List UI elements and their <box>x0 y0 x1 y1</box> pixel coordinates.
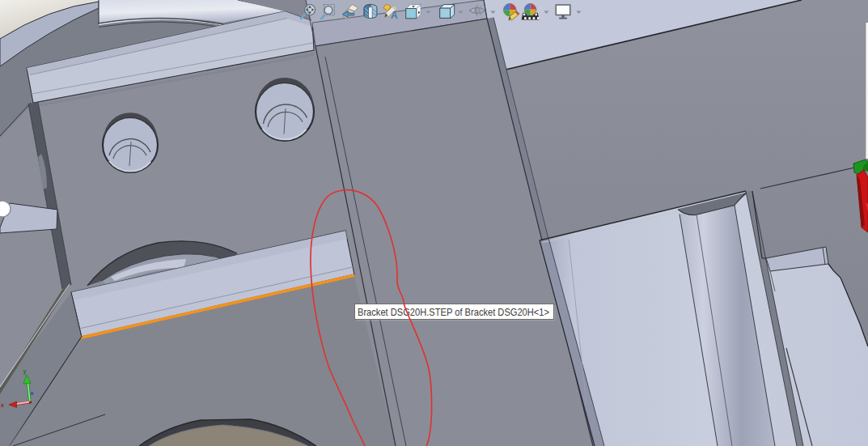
svg-text:A: A <box>391 10 398 21</box>
svg-text:y: y <box>23 368 27 375</box>
svg-text:Bracket DSG20H.STEP of Bracket: Bracket DSG20H.STEP of Bracket DSG20H<1> <box>358 307 549 318</box>
svg-text:x: x <box>1 402 4 408</box>
